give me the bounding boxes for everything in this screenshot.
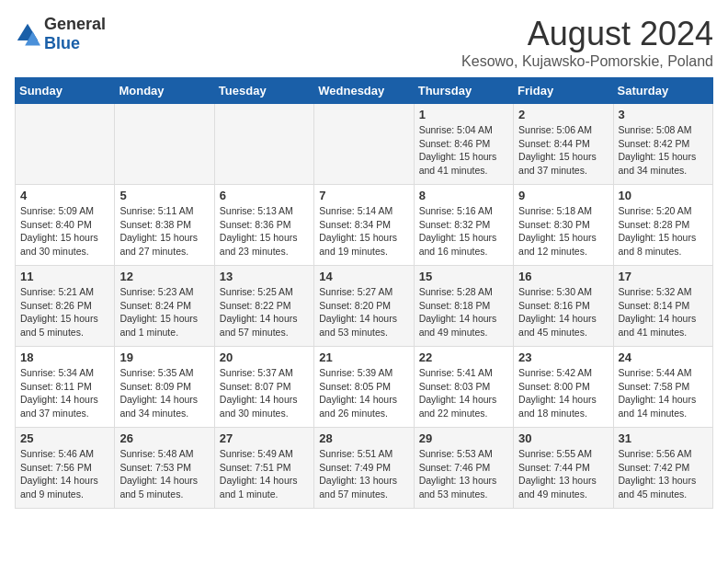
day-number-20: 20 [220,350,309,364]
week-row-2: 11Sunrise: 5:21 AM Sunset: 8:26 PM Dayli… [16,266,713,347]
cell-week4-day1: 26Sunrise: 5:48 AM Sunset: 7:53 PM Dayli… [115,428,214,509]
day-number-31: 31 [619,431,708,445]
day-number-9: 9 [518,189,608,202]
day-info-21: Sunrise: 5:39 AM Sunset: 8:05 PM Dayligh… [319,366,408,420]
title-block: August 2024 Kesowo, Kujawsko-Pomorskie, … [461,15,713,70]
cell-week1-day1: 5Sunrise: 5:11 AM Sunset: 8:38 PM Daylig… [115,185,214,266]
day-info-18: Sunrise: 5:34 AM Sunset: 8:11 PM Dayligh… [20,366,109,420]
cell-week0-day4: 1Sunrise: 5:04 AM Sunset: 8:46 PM Daylig… [414,104,513,185]
day-info-13: Sunrise: 5:25 AM Sunset: 8:22 PM Dayligh… [220,285,309,339]
day-number-10: 10 [619,189,708,202]
cell-week4-day5: 30Sunrise: 5:55 AM Sunset: 7:44 PM Dayli… [514,428,613,509]
day-info-8: Sunrise: 5:16 AM Sunset: 8:32 PM Dayligh… [419,204,508,259]
day-info-5: Sunrise: 5:11 AM Sunset: 8:38 PM Dayligh… [119,204,209,259]
day-number-14: 14 [319,270,408,283]
day-number-17: 17 [619,270,708,283]
cell-week4-day3: 28Sunrise: 5:51 AM Sunset: 7:49 PM Dayli… [314,428,414,509]
day-number-23: 23 [518,350,608,364]
logo-general: General [44,15,106,33]
logo-blue: Blue [44,34,80,52]
day-number-6: 6 [220,189,309,202]
day-number-21: 21 [319,350,408,364]
header-friday: Friday [514,78,613,104]
day-info-22: Sunrise: 5:41 AM Sunset: 8:03 PM Dayligh… [419,366,508,420]
day-number-15: 15 [419,270,508,283]
weekday-row: Sunday Monday Tuesday Wednesday Thursday… [16,78,713,104]
day-info-9: Sunrise: 5:18 AM Sunset: 8:30 PM Dayligh… [518,204,608,259]
header-sunday: Sunday [16,78,115,104]
day-number-4: 4 [20,189,109,202]
day-info-2: Sunrise: 5:06 AM Sunset: 8:44 PM Dayligh… [518,123,608,178]
day-info-20: Sunrise: 5:37 AM Sunset: 8:07 PM Dayligh… [220,366,309,420]
day-info-1: Sunrise: 5:04 AM Sunset: 8:46 PM Dayligh… [419,123,508,178]
header: General Blue August 2024 Kesowo, Kujawsk… [15,15,713,70]
cell-week3-day4: 22Sunrise: 5:41 AM Sunset: 8:03 PM Dayli… [414,347,513,428]
cell-week4-day4: 29Sunrise: 5:53 AM Sunset: 7:46 PM Dayli… [414,428,513,509]
header-thursday: Thursday [414,78,513,104]
day-number-26: 26 [119,431,209,445]
day-number-11: 11 [20,270,109,283]
cell-week0-day3 [314,104,414,185]
day-info-6: Sunrise: 5:13 AM Sunset: 8:36 PM Dayligh… [220,204,309,259]
cell-week2-day3: 14Sunrise: 5:27 AM Sunset: 8:20 PM Dayli… [314,266,414,347]
cell-week0-day5: 2Sunrise: 5:06 AM Sunset: 8:44 PM Daylig… [514,104,613,185]
day-number-13: 13 [220,270,309,283]
day-info-25: Sunrise: 5:46 AM Sunset: 7:56 PM Dayligh… [20,447,109,501]
day-number-19: 19 [119,350,209,364]
day-info-19: Sunrise: 5:35 AM Sunset: 8:09 PM Dayligh… [119,366,209,420]
day-number-28: 28 [319,431,408,445]
day-number-1: 1 [419,108,508,121]
day-info-3: Sunrise: 5:08 AM Sunset: 8:42 PM Dayligh… [619,123,708,178]
cell-week1-day4: 8Sunrise: 5:16 AM Sunset: 8:32 PM Daylig… [414,185,513,266]
day-info-12: Sunrise: 5:23 AM Sunset: 8:24 PM Dayligh… [119,285,209,339]
day-number-24: 24 [619,350,708,364]
day-number-22: 22 [419,350,508,364]
day-info-29: Sunrise: 5:53 AM Sunset: 7:46 PM Dayligh… [419,447,508,501]
day-info-7: Sunrise: 5:14 AM Sunset: 8:34 PM Dayligh… [319,204,408,259]
day-info-24: Sunrise: 5:44 AM Sunset: 7:58 PM Dayligh… [619,366,708,420]
day-number-2: 2 [518,108,608,121]
day-info-23: Sunrise: 5:42 AM Sunset: 8:00 PM Dayligh… [518,366,608,420]
day-info-30: Sunrise: 5:55 AM Sunset: 7:44 PM Dayligh… [518,447,608,501]
cell-week0-day6: 3Sunrise: 5:08 AM Sunset: 8:42 PM Daylig… [613,104,712,185]
cell-week0-day1 [115,104,214,185]
day-info-15: Sunrise: 5:28 AM Sunset: 8:18 PM Dayligh… [419,285,508,339]
week-row-4: 25Sunrise: 5:46 AM Sunset: 7:56 PM Dayli… [16,428,713,509]
header-monday: Monday [115,78,214,104]
cell-week3-day1: 19Sunrise: 5:35 AM Sunset: 8:09 PM Dayli… [115,347,214,428]
calendar-body: 1Sunrise: 5:04 AM Sunset: 8:46 PM Daylig… [16,104,713,509]
day-info-10: Sunrise: 5:20 AM Sunset: 8:28 PM Dayligh… [619,204,708,259]
day-info-14: Sunrise: 5:27 AM Sunset: 8:20 PM Dayligh… [319,285,408,339]
cell-week2-day0: 11Sunrise: 5:21 AM Sunset: 8:26 PM Dayli… [16,266,115,347]
cell-week2-day2: 13Sunrise: 5:25 AM Sunset: 8:22 PM Dayli… [214,266,313,347]
day-number-5: 5 [119,189,209,202]
cell-week2-day6: 17Sunrise: 5:32 AM Sunset: 8:14 PM Dayli… [613,266,712,347]
cell-week0-day0 [16,104,115,185]
day-number-8: 8 [419,189,508,202]
day-number-12: 12 [119,270,209,283]
cell-week1-day0: 4Sunrise: 5:09 AM Sunset: 8:40 PM Daylig… [16,185,115,266]
cell-week0-day2 [214,104,313,185]
day-info-28: Sunrise: 5:51 AM Sunset: 7:49 PM Dayligh… [319,447,408,501]
cell-week4-day6: 31Sunrise: 5:56 AM Sunset: 7:42 PM Dayli… [613,428,712,509]
day-info-11: Sunrise: 5:21 AM Sunset: 8:26 PM Dayligh… [20,285,109,339]
cell-week2-day4: 15Sunrise: 5:28 AM Sunset: 8:18 PM Dayli… [414,266,513,347]
cell-week4-day2: 27Sunrise: 5:49 AM Sunset: 7:51 PM Dayli… [214,428,313,509]
week-row-0: 1Sunrise: 5:04 AM Sunset: 8:46 PM Daylig… [16,104,713,185]
cell-week3-day5: 23Sunrise: 5:42 AM Sunset: 8:00 PM Dayli… [514,347,613,428]
cell-week1-day6: 10Sunrise: 5:20 AM Sunset: 8:28 PM Dayli… [613,185,712,266]
day-info-31: Sunrise: 5:56 AM Sunset: 7:42 PM Dayligh… [619,447,708,501]
logo: General Blue [15,15,106,53]
header-saturday: Saturday [613,78,712,104]
cell-week2-day5: 16Sunrise: 5:30 AM Sunset: 8:16 PM Dayli… [514,266,613,347]
cell-week1-day3: 7Sunrise: 5:14 AM Sunset: 8:34 PM Daylig… [314,185,414,266]
day-number-18: 18 [20,350,109,364]
day-number-27: 27 [220,431,309,445]
cell-week3-day3: 21Sunrise: 5:39 AM Sunset: 8:05 PM Dayli… [314,347,414,428]
logo-icon [15,21,40,47]
calendar-table: Sunday Monday Tuesday Wednesday Thursday… [15,77,713,509]
day-info-27: Sunrise: 5:49 AM Sunset: 7:51 PM Dayligh… [220,447,309,501]
day-info-26: Sunrise: 5:48 AM Sunset: 7:53 PM Dayligh… [119,447,209,501]
week-row-3: 18Sunrise: 5:34 AM Sunset: 8:11 PM Dayli… [16,347,713,428]
logo-text: General Blue [44,15,106,53]
